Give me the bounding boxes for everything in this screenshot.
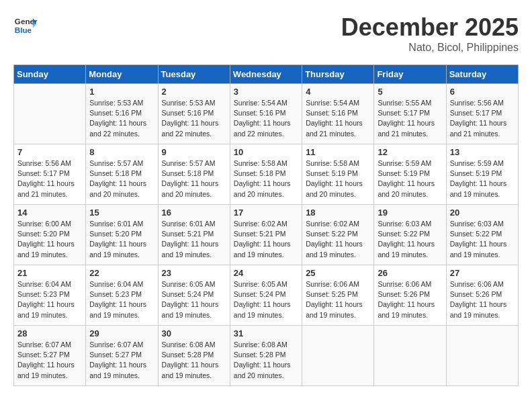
day-of-week-header: Tuesday	[158, 65, 230, 84]
day-info: Sunrise: 6:03 AM Sunset: 5:22 PM Dayligh…	[450, 219, 515, 260]
day-info: Sunrise: 6:05 AM Sunset: 5:24 PM Dayligh…	[162, 279, 226, 320]
day-number: 4	[306, 87, 370, 97]
day-info: Sunrise: 5:58 AM Sunset: 5:18 PM Dayligh…	[234, 158, 298, 199]
day-number: 13	[450, 147, 515, 157]
day-info: Sunrise: 5:53 AM Sunset: 5:16 PM Dayligh…	[89, 98, 154, 139]
day-number: 21	[17, 268, 82, 278]
calendar-cell: 18Sunrise: 6:02 AM Sunset: 5:22 PM Dayli…	[302, 205, 374, 265]
calendar-cell: 5Sunrise: 5:55 AM Sunset: 5:17 PM Daylig…	[374, 84, 446, 144]
calendar-cell: 3Sunrise: 5:54 AM Sunset: 5:16 PM Daylig…	[230, 84, 302, 144]
day-info: Sunrise: 5:53 AM Sunset: 5:16 PM Dayligh…	[162, 98, 226, 139]
calendar-week-row: 28Sunrise: 6:07 AM Sunset: 5:27 PM Dayli…	[14, 326, 519, 386]
title-block: December 2025 Nato, Bicol, Philippines	[341, 13, 519, 54]
day-info: Sunrise: 6:08 AM Sunset: 5:28 PM Dayligh…	[162, 340, 226, 381]
day-number: 23	[162, 268, 226, 278]
day-of-week-header: Saturday	[446, 65, 518, 84]
day-info: Sunrise: 6:04 AM Sunset: 5:23 PM Dayligh…	[17, 279, 82, 320]
day-of-week-header: Monday	[86, 65, 158, 84]
day-number: 31	[234, 328, 298, 338]
calendar-cell	[14, 84, 86, 144]
calendar-cell	[302, 326, 374, 386]
calendar-cell: 12Sunrise: 5:59 AM Sunset: 5:19 PM Dayli…	[374, 144, 446, 205]
calendar-week-row: 7Sunrise: 5:56 AM Sunset: 5:17 PM Daylig…	[14, 144, 519, 205]
day-number: 14	[17, 208, 82, 218]
calendar-cell: 14Sunrise: 6:00 AM Sunset: 5:20 PM Dayli…	[14, 205, 86, 265]
day-number: 19	[378, 208, 442, 218]
calendar-cell: 9Sunrise: 5:57 AM Sunset: 5:18 PM Daylig…	[158, 144, 230, 205]
calendar-cell: 26Sunrise: 6:06 AM Sunset: 5:26 PM Dayli…	[374, 265, 446, 326]
calendar-cell: 29Sunrise: 6:07 AM Sunset: 5:27 PM Dayli…	[86, 326, 158, 386]
day-number: 27	[450, 268, 515, 278]
day-info: Sunrise: 5:56 AM Sunset: 5:17 PM Dayligh…	[17, 158, 82, 199]
page-header: General Blue December 2025 Nato, Bicol, …	[13, 13, 519, 54]
calendar-cell	[446, 326, 518, 386]
calendar-cell: 20Sunrise: 6:03 AM Sunset: 5:22 PM Dayli…	[446, 205, 518, 265]
calendar-cell: 31Sunrise: 6:08 AM Sunset: 5:28 PM Dayli…	[230, 326, 302, 386]
day-number: 18	[306, 208, 370, 218]
calendar-cell: 6Sunrise: 5:56 AM Sunset: 5:17 PM Daylig…	[446, 84, 518, 144]
day-info: Sunrise: 6:02 AM Sunset: 5:21 PM Dayligh…	[234, 219, 298, 260]
day-info: Sunrise: 6:01 AM Sunset: 5:20 PM Dayligh…	[89, 219, 154, 260]
calendar-cell: 17Sunrise: 6:02 AM Sunset: 5:21 PM Dayli…	[230, 205, 302, 265]
day-number: 8	[89, 147, 154, 157]
day-number: 1	[89, 87, 154, 97]
calendar-cell: 16Sunrise: 6:01 AM Sunset: 5:21 PM Dayli…	[158, 205, 230, 265]
day-info: Sunrise: 5:55 AM Sunset: 5:17 PM Dayligh…	[378, 98, 442, 139]
calendar-cell: 8Sunrise: 5:57 AM Sunset: 5:18 PM Daylig…	[86, 144, 158, 205]
calendar-cell: 30Sunrise: 6:08 AM Sunset: 5:28 PM Dayli…	[158, 326, 230, 386]
calendar-week-row: 1Sunrise: 5:53 AM Sunset: 5:16 PM Daylig…	[14, 84, 519, 144]
day-number: 29	[89, 328, 154, 338]
day-info: Sunrise: 5:58 AM Sunset: 5:19 PM Dayligh…	[306, 158, 370, 199]
day-number: 5	[378, 87, 442, 97]
calendar-header-row: SundayMondayTuesdayWednesdayThursdayFrid…	[14, 65, 519, 84]
day-number: 9	[162, 147, 226, 157]
calendar-table: SundayMondayTuesdayWednesdayThursdayFrid…	[13, 64, 519, 386]
calendar-cell: 23Sunrise: 6:05 AM Sunset: 5:24 PM Dayli…	[158, 265, 230, 326]
day-number: 6	[450, 87, 515, 97]
day-number: 12	[378, 147, 442, 157]
calendar-cell: 7Sunrise: 5:56 AM Sunset: 5:17 PM Daylig…	[14, 144, 86, 205]
calendar-cell: 2Sunrise: 5:53 AM Sunset: 5:16 PM Daylig…	[158, 84, 230, 144]
day-info: Sunrise: 6:01 AM Sunset: 5:21 PM Dayligh…	[162, 219, 226, 260]
day-number: 24	[234, 268, 298, 278]
calendar-cell: 10Sunrise: 5:58 AM Sunset: 5:18 PM Dayli…	[230, 144, 302, 205]
calendar-cell: 22Sunrise: 6:04 AM Sunset: 5:23 PM Dayli…	[86, 265, 158, 326]
calendar-cell: 13Sunrise: 5:59 AM Sunset: 5:19 PM Dayli…	[446, 144, 518, 205]
calendar-cell: 27Sunrise: 6:06 AM Sunset: 5:26 PM Dayli…	[446, 265, 518, 326]
calendar-week-row: 14Sunrise: 6:00 AM Sunset: 5:20 PM Dayli…	[14, 205, 519, 265]
day-info: Sunrise: 5:54 AM Sunset: 5:16 PM Dayligh…	[306, 98, 370, 139]
day-info: Sunrise: 6:03 AM Sunset: 5:22 PM Dayligh…	[378, 219, 442, 260]
day-info: Sunrise: 5:56 AM Sunset: 5:17 PM Dayligh…	[450, 98, 515, 139]
day-info: Sunrise: 6:08 AM Sunset: 5:28 PM Dayligh…	[234, 340, 298, 381]
calendar-cell: 1Sunrise: 5:53 AM Sunset: 5:16 PM Daylig…	[86, 84, 158, 144]
day-number: 28	[17, 328, 82, 338]
calendar-cell: 4Sunrise: 5:54 AM Sunset: 5:16 PM Daylig…	[302, 84, 374, 144]
day-number: 20	[450, 208, 515, 218]
day-number: 3	[234, 87, 298, 97]
day-info: Sunrise: 5:57 AM Sunset: 5:18 PM Dayligh…	[89, 158, 154, 199]
day-of-week-header: Sunday	[14, 65, 86, 84]
day-info: Sunrise: 6:06 AM Sunset: 5:26 PM Dayligh…	[450, 279, 515, 320]
day-info: Sunrise: 6:07 AM Sunset: 5:27 PM Dayligh…	[17, 340, 82, 381]
day-info: Sunrise: 6:06 AM Sunset: 5:25 PM Dayligh…	[306, 279, 370, 320]
calendar-cell: 28Sunrise: 6:07 AM Sunset: 5:27 PM Dayli…	[14, 326, 86, 386]
day-info: Sunrise: 5:54 AM Sunset: 5:16 PM Dayligh…	[234, 98, 298, 139]
day-number: 30	[162, 328, 226, 338]
day-info: Sunrise: 6:05 AM Sunset: 5:24 PM Dayligh…	[234, 279, 298, 320]
day-info: Sunrise: 6:02 AM Sunset: 5:22 PM Dayligh…	[306, 219, 370, 260]
calendar-cell	[374, 326, 446, 386]
day-number: 15	[89, 208, 154, 218]
day-info: Sunrise: 6:00 AM Sunset: 5:20 PM Dayligh…	[17, 219, 82, 260]
svg-text:Blue: Blue	[15, 26, 32, 34]
calendar-week-row: 21Sunrise: 6:04 AM Sunset: 5:23 PM Dayli…	[14, 265, 519, 326]
day-info: Sunrise: 5:59 AM Sunset: 5:19 PM Dayligh…	[450, 158, 515, 199]
day-number: 26	[378, 268, 442, 278]
calendar-cell: 21Sunrise: 6:04 AM Sunset: 5:23 PM Dayli…	[14, 265, 86, 326]
day-number: 16	[162, 208, 226, 218]
calendar-cell: 19Sunrise: 6:03 AM Sunset: 5:22 PM Dayli…	[374, 205, 446, 265]
day-info: Sunrise: 6:07 AM Sunset: 5:27 PM Dayligh…	[89, 340, 154, 381]
day-number: 10	[234, 147, 298, 157]
month-year-title: December 2025	[341, 13, 519, 42]
day-number: 25	[306, 268, 370, 278]
day-of-week-header: Friday	[374, 65, 446, 84]
